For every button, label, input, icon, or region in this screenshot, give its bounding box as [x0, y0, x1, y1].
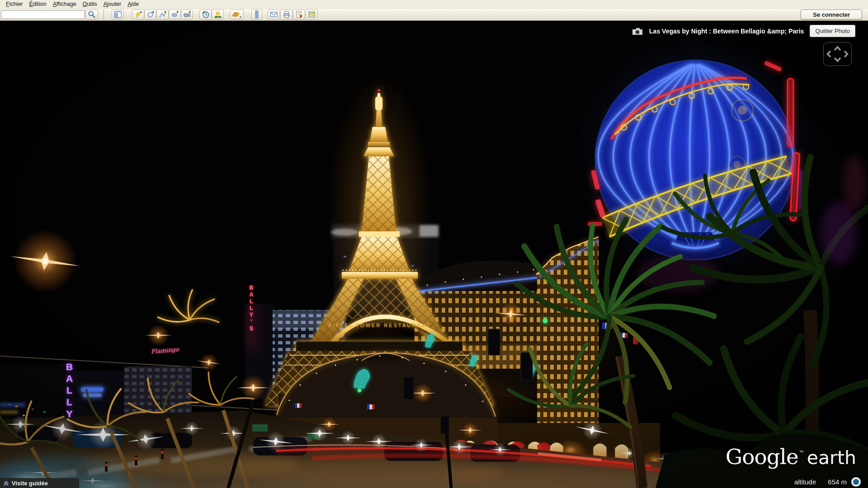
guided-tour-label: Visite guidée [12, 480, 48, 487]
exit-photo-button[interactable]: Quitter Photo [810, 25, 855, 37]
email-button[interactable] [268, 9, 280, 19]
toolbar: Se connecter [0, 9, 868, 21]
menu-outils[interactable]: Outils [80, 0, 100, 8]
nav-right-icon [844, 51, 848, 57]
clock-icon [202, 10, 210, 19]
chevrons-up-icon [3, 480, 9, 486]
sign-in-button[interactable]: Se connecter [801, 9, 862, 19]
menu-affichage[interactable]: Affichage [50, 0, 80, 8]
overlay-plus-icon [171, 10, 179, 19]
nav-up-icon [835, 47, 840, 50]
menu-aide[interactable]: Aide [124, 0, 142, 8]
streaming-indicator-icon [851, 477, 861, 487]
nav-left-icon [828, 51, 831, 57]
camcorder-plus-icon [183, 10, 191, 19]
envelope-icon [270, 10, 278, 19]
photo-title: Las Vegas by Night : Between Bellagio &a… [649, 28, 804, 35]
printer-icon [283, 10, 291, 19]
search-input[interactable] [1, 10, 85, 19]
sunlight-button[interactable] [212, 9, 224, 19]
altitude-label: altitude [794, 478, 816, 486]
camera-icon [632, 27, 643, 36]
menu-bar: Fichier Édition Affichage Outils Ajouter… [0, 0, 868, 9]
planets-button[interactable] [230, 9, 244, 19]
menu-ajouter[interactable]: Ajouter [100, 0, 125, 8]
saturn-icon [232, 10, 242, 19]
menu-fichier[interactable]: Fichier [3, 0, 26, 8]
toolbar-separator [103, 10, 104, 19]
nav-down-icon [835, 58, 840, 61]
view-in-maps-button[interactable] [306, 9, 318, 19]
altitude-value: 654 m [828, 478, 847, 486]
magnifier-icon [88, 10, 96, 19]
vignette [0, 21, 868, 488]
historical-imagery-button[interactable] [199, 9, 212, 19]
save-image-icon [295, 10, 303, 19]
maps-icon [308, 10, 316, 19]
status-bar: altitude 654 m [794, 477, 861, 487]
photo-scene [0, 21, 868, 488]
photo-navigation-pad[interactable] [823, 42, 852, 66]
sidebar-icon [114, 10, 122, 19]
search-button[interactable] [85, 9, 98, 19]
save-image-button[interactable] [293, 9, 305, 19]
toggle-sidebar-button[interactable] [112, 9, 124, 19]
add-polygon-button[interactable] [144, 9, 156, 19]
print-button[interactable] [280, 9, 292, 19]
add-image-overlay-button[interactable] [169, 9, 181, 19]
ruler-icon [253, 10, 260, 19]
polygon-plus-icon [146, 10, 155, 19]
photo-viewport[interactable]: BALLY'S BALLY Flamingo EIFFEL TOWER REST… [0, 21, 868, 488]
ruler-button[interactable] [251, 9, 262, 19]
sun-icon [214, 10, 222, 19]
add-path-button[interactable] [156, 9, 169, 19]
record-tour-button[interactable] [181, 9, 193, 19]
pushpin-plus-icon [134, 10, 142, 19]
path-plus-icon [159, 10, 167, 19]
dropdown-arrow-icon [240, 17, 241, 18]
add-placemark-button[interactable] [132, 9, 144, 19]
guided-tour-bar[interactable]: Visite guidée [0, 478, 79, 488]
menu-edition[interactable]: Édition [26, 0, 50, 8]
photo-header: Las Vegas by Night : Between Bellagio &a… [632, 25, 855, 37]
google-earth-window: Fichier Édition Affichage Outils Ajouter… [0, 0, 868, 488]
